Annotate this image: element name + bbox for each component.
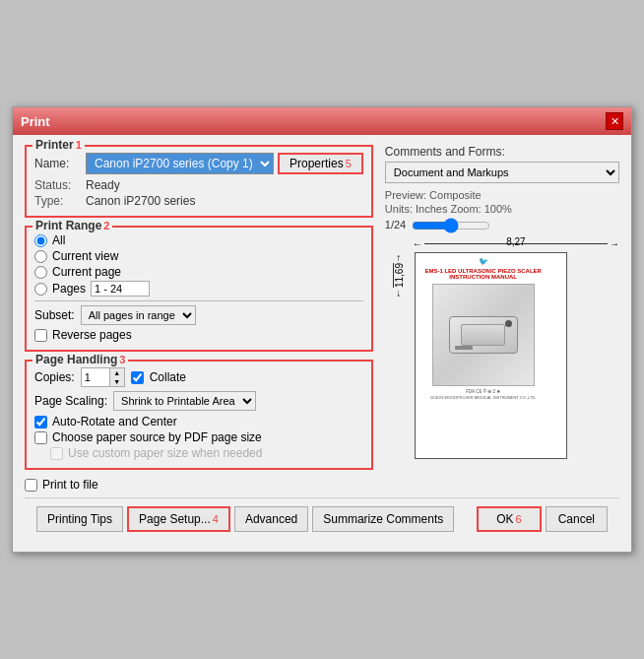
auto-rotate-checkbox[interactable] [34,416,47,428]
summarize-comments-button[interactable]: Summarize Comments [312,506,454,532]
printing-tips-button[interactable]: Printing Tips [36,506,123,532]
page-handling-section: Page Handling3 Copies: ▲ ▼ Collate [25,360,373,470]
pages-input[interactable] [91,281,150,297]
title-bar: Print ✕ [13,107,631,135]
comments-forms-label: Comments and Forms: [385,145,619,159]
copies-row: Copies: ▲ ▼ Collate [34,367,363,387]
radio-all-input[interactable] [34,234,47,247]
choose-paper-label: Choose paper source by PDF page size [52,430,262,444]
preview-logo: 🐦 [479,257,488,266]
copies-input[interactable] [82,368,109,386]
page-handling-label: Page Handling3 [32,353,128,366]
status-row: Status: Ready [34,178,363,192]
zoom-slider[interactable] [412,219,490,232]
collate-checkbox[interactable] [131,371,144,384]
properties-button[interactable]: Properties5 [278,153,363,174]
page-setup-button[interactable]: Page Setup...4 [127,506,230,532]
print-dialog: Print ✕ Printer1 Name: Canon iP2700 seri… [12,106,632,553]
cancel-button[interactable]: Cancel [546,506,608,532]
units-label: Units: Inches Zoom: 100% [385,203,619,215]
preview-area: ← 8,27 → ↑ 11,69 ↓ [385,238,619,459]
scaling-select[interactable]: Shrink to Printable Area None Fit to Pag… [113,391,256,411]
spin-up-button[interactable]: ▲ [110,368,124,377]
preview-image-box [432,284,535,386]
radio-current-page-label: Current page [52,265,121,279]
auto-rotate-label: Auto-Rotate and Center [52,415,177,428]
comments-forms-select[interactable]: Document and Markups Document Form Field… [385,162,619,183]
ruler-height: 11,69 [394,263,405,288]
dialog-title: Print [21,114,50,129]
radio-current-page: Current page [34,265,363,279]
preview-content: 🐦 EMS-1 LED ULTRASONIC PIEZO SCALERINSTR… [416,253,551,448]
scaling-row: Page Scaling: Shrink to Printable Area N… [34,391,363,411]
bottom-right-buttons: OK6 Cancel [477,506,608,532]
custom-paper-checkbox[interactable] [50,447,63,460]
scaling-label: Page Scaling: [34,394,107,408]
bottom-bar: Printing Tips Page Setup...4 Advanced Su… [25,497,619,542]
subset-row: Subset: All pages in range Odd pages onl… [34,305,363,325]
collate-label: Collate [150,370,186,384]
printer-name-row: Name: Canon iP2700 series (Copy 1) Prope… [34,153,363,174]
choose-paper-row: Choose paper source by PDF page size [34,430,363,444]
custom-paper-row: Use custom paper size when needed [50,446,363,460]
radio-pages: Pages [34,281,363,297]
custom-paper-label: Use custom paper size when needed [68,446,262,460]
print-to-file-checkbox[interactable] [25,479,37,492]
top-section: Printer1 Name: Canon iP2700 series (Copy… [25,145,619,492]
ruler-width: 8,27 [506,236,525,247]
printer-section-label: Printer1 [32,138,85,152]
print-to-file-row: Print to file [25,478,373,492]
choose-paper-checkbox[interactable] [34,431,47,444]
spin-buttons: ▲ ▼ [109,368,124,386]
advanced-button[interactable]: Advanced [234,506,308,532]
right-panel: Comments and Forms: Document and Markups… [385,145,619,492]
printer-name-select[interactable]: Canon iP2700 series (Copy 1) [86,153,274,174]
bottom-left-buttons: Printing Tips Page Setup...4 Advanced Su… [36,506,454,532]
preview-label: Preview: Composite [385,189,619,201]
print-to-file-label: Print to file [42,478,98,492]
radio-pages-input[interactable] [34,283,47,296]
radio-current-view-input[interactable] [34,250,47,263]
type-row: Type: Canon iP2700 series [34,194,363,208]
radio-all: All [34,233,363,247]
page-counter: 1/24 [385,219,406,231]
radio-all-label: All [52,233,65,247]
name-label: Name: [34,157,82,170]
print-range-section: Print Range2 All Current view [25,226,373,352]
right-top: Comments and Forms: Document and Markups… [385,145,619,232]
print-range-options: All Current view Current page Pages [34,233,363,297]
radio-current-page-input[interactable] [34,266,47,279]
print-range-label: Print Range2 [32,219,112,232]
close-button[interactable]: ✕ [606,112,623,130]
subset-select[interactable]: All pages in range Odd pages only Even p… [81,305,196,325]
copies-input-wrap: ▲ ▼ [81,367,125,387]
reverse-pages-row: Reverse pages [34,328,363,342]
printer-section: Printer1 Name: Canon iP2700 series (Copy… [25,145,373,218]
radio-current-view: Current view [34,249,363,263]
reverse-pages-label: Reverse pages [52,328,132,342]
radio-pages-label: Pages [52,282,86,296]
spin-down-button[interactable]: ▼ [110,377,124,386]
copies-label: Copies: [34,370,75,384]
left-panel: Printer1 Name: Canon iP2700 series (Copy… [25,145,373,492]
dialog-body: Printer1 Name: Canon iP2700 series (Copy… [13,135,631,552]
preview-row: ↑ 11,69 ↓ 🐦 EMS-1 LED ULTRASONIC PIEZO S… [385,252,619,459]
radio-current-view-label: Current view [52,249,118,263]
reverse-pages-checkbox[interactable] [34,329,47,342]
page-preview: 🐦 EMS-1 LED ULTRASONIC PIEZO SCALERINSTR… [415,252,567,459]
subset-label: Subset: [34,308,75,322]
auto-rotate-row: Auto-Rotate and Center [34,415,363,428]
ok-button[interactable]: OK6 [477,506,541,532]
